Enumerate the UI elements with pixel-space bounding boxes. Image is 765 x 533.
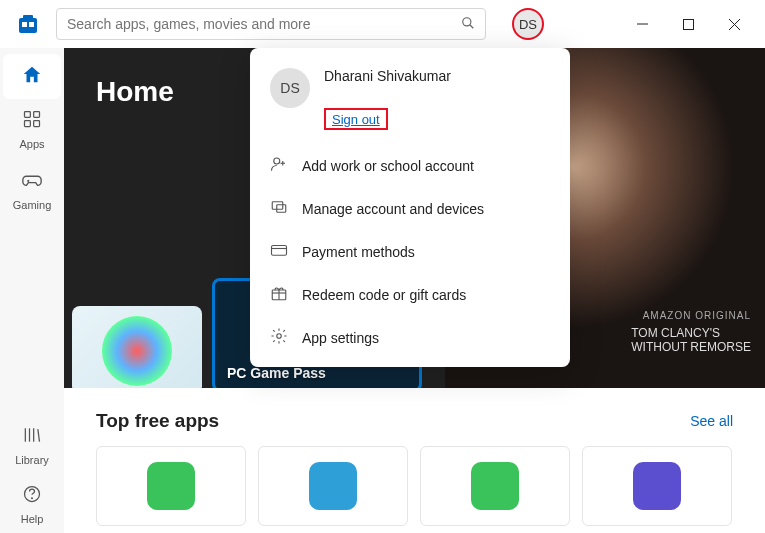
app-art-icon [102,316,172,386]
svg-rect-1 [23,15,33,19]
window-controls [619,8,757,40]
add-account-icon [270,155,288,176]
hero-card-label: PC Game Pass [227,365,326,381]
app-icon [309,462,357,510]
search-icon[interactable] [461,16,475,33]
svg-rect-10 [25,112,31,118]
amazon-original-label: AMAZON ORIGINAL [643,310,751,321]
popover-item-manage-account[interactable]: Manage account and devices [250,187,570,230]
popover-item-label: Manage account and devices [302,201,484,217]
svg-point-22 [274,158,280,164]
account-popover: DS Dharani Shivakumar Sign out Add work … [250,48,570,367]
app-icon [633,462,681,510]
svg-rect-26 [277,205,286,213]
popover-item-label: Redeem code or gift cards [302,287,466,303]
library-icon [22,425,42,450]
search-box[interactable] [56,8,486,40]
app-card[interactable] [582,446,732,526]
popover-item-payment[interactable]: Payment methods [250,230,570,273]
app-icon [471,462,519,510]
popover-avatar: DS [270,68,310,108]
sidebar-item-label: Library [15,454,49,466]
gear-icon [270,327,288,348]
app-icon [147,462,195,510]
svg-point-21 [32,498,33,499]
sidebar-item-label: Gaming [13,199,52,211]
apps-icon [22,109,42,134]
popover-item-add-account[interactable]: Add work or school account [250,144,570,187]
popover-item-label: Add work or school account [302,158,474,174]
popover-item-settings[interactable]: App settings [250,316,570,359]
svg-rect-2 [22,22,27,27]
popover-header: DS Dharani Shivakumar Sign out [250,64,570,144]
payment-icon [270,241,288,262]
user-email-redacted [324,86,550,102]
app-card[interactable] [258,446,408,526]
svg-line-5 [470,24,474,28]
sidebar-item-help[interactable]: Help [3,474,61,533]
user-name: Dharani Shivakumar [324,68,550,84]
see-all-link[interactable]: See all [690,413,733,429]
svg-rect-25 [272,202,283,210]
sidebar-item-label: Apps [19,138,44,150]
popover-item-label: Payment methods [302,244,415,260]
svg-point-4 [463,17,471,25]
app-card[interactable] [96,446,246,526]
redeem-icon [270,284,288,305]
sign-out-link[interactable]: Sign out [328,111,384,128]
profile-button[interactable]: DS [512,8,544,40]
maximize-button[interactable] [665,8,711,40]
search-input[interactable] [67,16,461,32]
sidebar-item-gaming[interactable]: Gaming [3,158,61,219]
store-logo-icon [16,12,40,36]
hero-movie-label-2: TOM CLANCY'SWITHOUT REMORSE [631,326,751,354]
minimize-button[interactable] [619,8,665,40]
svg-point-32 [277,334,282,339]
svg-rect-3 [29,22,34,27]
svg-rect-0 [19,18,37,33]
svg-rect-7 [683,19,693,29]
svg-rect-11 [34,112,40,118]
top-free-apps-section: Top free apps See all [64,388,765,526]
close-button[interactable] [711,8,757,40]
sidebar-item-apps[interactable]: Apps [3,99,61,158]
popover-item-label: App settings [302,330,379,346]
manage-account-icon [270,198,288,219]
gaming-icon [21,168,43,195]
section-title: Top free apps [96,410,219,432]
sidebar-item-home[interactable] [3,54,61,99]
sidebar: Apps Gaming Library Help [0,48,64,533]
home-icon [21,64,43,91]
svg-rect-13 [34,121,40,127]
popover-item-redeem[interactable]: Redeem code or gift cards [250,273,570,316]
svg-line-19 [38,429,40,442]
sidebar-item-label: Help [21,513,44,525]
titlebar: DS [0,0,765,48]
svg-rect-27 [272,246,287,256]
svg-rect-12 [25,121,31,127]
sidebar-item-library[interactable]: Library [3,415,61,474]
app-card[interactable] [420,446,570,526]
hero-card-canva[interactable] [72,306,202,388]
help-icon [22,484,42,509]
